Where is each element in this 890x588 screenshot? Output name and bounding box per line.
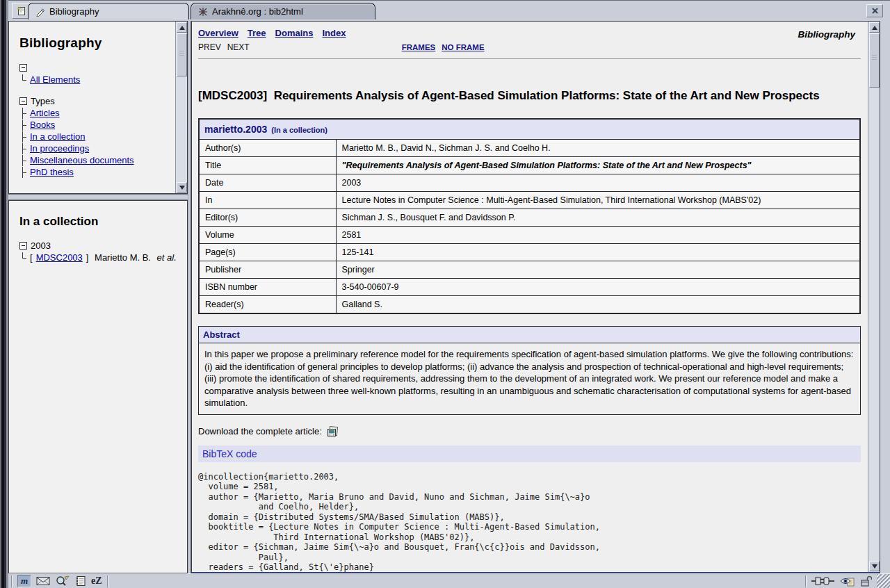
- tree-types-toggle[interactable]: Types: [19, 95, 166, 107]
- divider: [107, 575, 108, 587]
- field-label: Reader(s): [199, 296, 336, 314]
- desktop-edge: [0, 0, 8, 588]
- abstract-text: In this paper we propose a preliminary r…: [199, 343, 860, 414]
- tree-connector: [19, 252, 26, 263]
- table-row: Volume 2581: [199, 227, 860, 244]
- close-tab-button[interactable]: [866, 4, 883, 17]
- entry-link-mdsc2003[interactable]: MDSC2003: [36, 252, 83, 263]
- field-label: Publisher: [199, 261, 336, 279]
- tree-connector: [19, 108, 26, 119]
- noframe-link[interactable]: NO FRAME: [442, 43, 484, 51]
- close-x-icon: [871, 7, 879, 15]
- tree-year-toggle[interactable]: 2003: [19, 240, 177, 252]
- main-scrollbar[interactable]: [868, 22, 880, 572]
- spider-icon: [198, 7, 208, 17]
- field-value: 125-141: [336, 244, 860, 261]
- sidebar-type-item: In a collection: [19, 131, 166, 142]
- nav-separator: [198, 58, 861, 59]
- sidebar-type-link[interactable]: In proceedings: [30, 143, 89, 154]
- tab-label: Bibliography: [49, 6, 99, 17]
- field-value: Sichman J. S., Bousquet F. and Davidsson…: [336, 209, 860, 227]
- resize-grip-icon[interactable]: [877, 574, 890, 588]
- entry-authors: Marietto M. B.: [92, 252, 153, 263]
- scrollbar-thumb[interactable]: [869, 33, 880, 88]
- tree-year-label: 2003: [31, 240, 51, 251]
- floppy-document-icon[interactable]: [327, 426, 339, 437]
- tab-arakhne[interactable]: Arakhnê.org : bib2html: [191, 3, 375, 19]
- field-value: "Requirements Analysis of Agent-Based Si…: [336, 157, 860, 174]
- tree-connector: [19, 143, 26, 154]
- field-label: Volume: [199, 227, 336, 244]
- field-value: Lecture Notes in Computer Science : Mult…: [336, 192, 860, 209]
- scroll-down-button[interactable]: [177, 182, 187, 193]
- bibtex-title: BibTeX code: [198, 446, 861, 462]
- sidebar-type-item: PhD thesis: [19, 166, 166, 178]
- field-value: 3-540-00607-9: [336, 279, 860, 296]
- scroll-down-button[interactable]: [869, 561, 880, 571]
- field-label: Title: [199, 157, 336, 174]
- sidebar-type-item: Articles: [19, 107, 166, 119]
- entry-key: marietto.2003: [204, 124, 267, 135]
- field-label: Date: [199, 174, 336, 192]
- field-label: Author(s): [199, 140, 336, 157]
- sidebar-type-link[interactable]: In a collection: [30, 131, 86, 142]
- ez-label: eZ: [91, 575, 102, 587]
- nav-link[interactable]: Index: [322, 28, 346, 38]
- arrow-down-icon: [179, 186, 185, 190]
- abstract-title: Abstract: [199, 327, 860, 343]
- horizontal-frame-splitter[interactable]: [8, 194, 188, 200]
- mail-icon[interactable]: [36, 575, 50, 588]
- download-row: Download the complete article:: [198, 426, 861, 437]
- scroll-up-button[interactable]: [869, 22, 880, 33]
- sidebar-type-item: Miscellaneous documents: [19, 154, 166, 166]
- scrollbar-thumb[interactable]: [177, 33, 187, 76]
- arrow-up-icon: [872, 26, 877, 30]
- preview-eye-icon[interactable]: [840, 575, 855, 588]
- sidebar-scrollbar[interactable]: [175, 22, 187, 193]
- nav-link[interactable]: Domains: [275, 28, 314, 38]
- nav-link[interactable]: Tree: [248, 28, 266, 38]
- status-bar: m eZ: [8, 573, 890, 588]
- arrow-down-icon: [872, 564, 877, 569]
- sidebar-type-link[interactable]: PhD thesis: [30, 167, 74, 177]
- konqueror-m-icon[interactable]: m: [17, 575, 31, 587]
- bibliography-tree: All Elements Types Articles Books: [19, 62, 166, 178]
- sidebar-type-link[interactable]: Books: [30, 120, 55, 130]
- tab-bibliography[interactable]: Bibliography: [28, 3, 189, 19]
- tree-connector: [19, 167, 26, 178]
- sidebar-type-link[interactable]: Miscellaneous documents: [30, 155, 134, 165]
- nav-link[interactable]: Overview: [198, 28, 238, 38]
- bibtex-code: @incollection{marietto.2003, volume = 25…: [198, 472, 861, 573]
- field-value: Galland S.: [336, 296, 860, 314]
- sidebar-link-all-elements[interactable]: All Elements: [30, 74, 80, 85]
- tree-root-toggle[interactable]: [19, 62, 166, 74]
- divider: [805, 575, 807, 587]
- collapse-box-icon[interactable]: [19, 97, 27, 105]
- sidebar-type-item: In proceedings: [19, 142, 166, 154]
- field-label: Page(s): [199, 244, 336, 261]
- table-row: In Lecture Notes in Computer Science : M…: [199, 192, 860, 209]
- scroll-up-button[interactable]: [177, 22, 187, 33]
- sidebar-title: Bibliography: [19, 35, 166, 51]
- find-edit-icon[interactable]: [55, 575, 70, 588]
- table-row: Title "Requirements Analysis of Agent-Ba…: [199, 157, 860, 174]
- divider: [11, 575, 13, 587]
- tree-connector: [19, 74, 26, 85]
- field-value: Springer: [336, 261, 860, 279]
- collapse-box-icon[interactable]: [19, 242, 27, 250]
- lock-open-icon[interactable]: [860, 575, 872, 588]
- sidebar-type-link[interactable]: Articles: [30, 108, 60, 118]
- network-plug-icon[interactable]: [811, 575, 835, 588]
- tab-bar: Bibliography Arakhnê.org : bib2html: [8, 0, 890, 19]
- frames-link[interactable]: FRAMES: [402, 43, 436, 51]
- table-row: Author(s) Marietto M. B., David N., Sich…: [199, 140, 860, 157]
- field-label: In: [199, 192, 336, 209]
- bracket: ]: [86, 252, 89, 263]
- notebook-icon[interactable]: [75, 575, 86, 588]
- bracket: [: [30, 252, 33, 263]
- table-row: Publisher Springer: [199, 261, 860, 279]
- ez-icon[interactable]: eZ: [91, 575, 102, 588]
- field-label: ISBN number: [199, 279, 336, 296]
- pencil-icon: [35, 7, 45, 17]
- collapse-box-icon[interactable]: [19, 64, 27, 72]
